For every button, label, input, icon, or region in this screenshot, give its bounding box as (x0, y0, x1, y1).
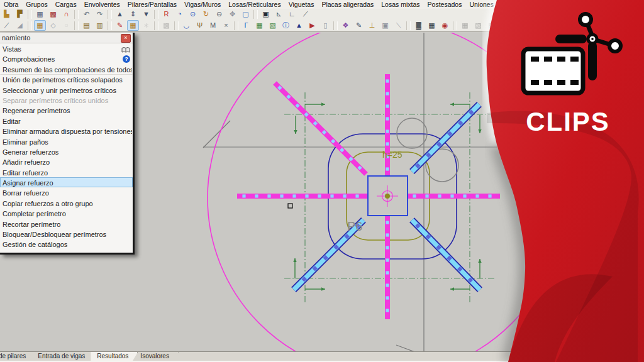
box3d-icon[interactable]: ▤ (80, 20, 92, 31)
save-icon[interactable]: ▦ (34, 9, 46, 19)
tab-resultados[interactable]: Resultados (91, 352, 138, 361)
tag-icon[interactable]: ◇ (47, 20, 59, 31)
help-icon[interactable]: ? (123, 55, 130, 63)
panel-item-bloquear-desbloquear-per-metros[interactable]: Bloquear/Desbloquear perímetros (0, 229, 133, 239)
section-line-icon[interactable]: ⟋ (1, 20, 13, 31)
full-view-icon[interactable]: ▢ (240, 9, 252, 19)
ramp-icon[interactable]: ◢ (14, 20, 26, 31)
zoom-out-icon[interactable]: ⊖ (213, 9, 225, 19)
tab-entrada-de-vigas[interactable]: Entrada de vigas (31, 352, 94, 361)
beam-tools-icon[interactable]: ▦ (34, 20, 46, 31)
group-down-icon[interactable]: ▼ (140, 9, 152, 19)
phi-icon[interactable]: Φ (565, 20, 577, 31)
ortho-icon[interactable]: ∟ (286, 9, 298, 19)
menu-item-losas-mixtas[interactable]: Losas mixtas (377, 0, 423, 9)
zoom-all-icon[interactable]: ◔ (174, 9, 186, 19)
menu-item-cimentaci-n[interactable]: Cimentación (497, 0, 541, 9)
sheet-icon[interactable]: ▯ (319, 20, 331, 31)
panel-item-recortar-per-metro[interactable]: Recortar perímetro (0, 219, 133, 229)
redraw-icon[interactable]: ↻ (200, 9, 212, 19)
panel-title-bar[interactable]: namiento × (0, 33, 133, 43)
sigma-icon[interactable]: Σ (552, 20, 564, 31)
tab-da-de-pilares[interactable]: da de pilares (0, 352, 35, 361)
close-icon[interactable]: × (121, 34, 131, 43)
reinforcement-dash (488, 194, 491, 197)
tab-isovalores[interactable]: Isovalores (134, 352, 179, 361)
layers-icon[interactable]: ▩ (47, 9, 59, 19)
regenerate-icon[interactable]: R (160, 9, 172, 19)
panel-item-seleccionar-y-unir-per-metros-cr-ticos[interactable]: Seleccionar y unir perímetros críticos (0, 85, 133, 95)
line-tool-icon[interactable]: ⟍ (392, 20, 404, 31)
pen-icon[interactable]: ✎ (353, 20, 365, 31)
panel-item-eliminar-pa-os[interactable]: Eliminar paños (0, 136, 133, 146)
x-tool-icon[interactable]: × (220, 20, 232, 31)
panel-item-uni-n-de-per-metros-cr-ticos-solapados[interactable]: Unión de perímetros críticos solapados (0, 74, 133, 84)
book-icon[interactable] (121, 45, 130, 56)
menu-item-grupos[interactable]: Grupos (22, 0, 51, 9)
panel-item-comprobaciones[interactable]: Comprobaciones (0, 53, 133, 63)
menu-item-vigas-muros[interactable]: Vigas/Muros (180, 0, 225, 9)
mesh-green-icon[interactable]: ▦ (253, 20, 265, 31)
menu-item-envolventes[interactable]: Envolventes (80, 0, 124, 9)
menu-item-viguetas[interactable]: Viguetas (285, 0, 318, 9)
direction-arrowhead (321, 102, 325, 106)
group-list-icon[interactable]: ⇕ (127, 9, 139, 19)
slope-icon[interactable]: ⟋ (299, 9, 311, 19)
direction-arrowhead (478, 259, 481, 263)
panel-item-vistas[interactable]: Vistas (0, 43, 133, 53)
panel-item-generar-refuerzos[interactable]: Generar refuerzos (0, 146, 133, 156)
punching-tool-icon[interactable]: ▓ (525, 20, 537, 31)
arc-blue-icon[interactable]: ◡ (180, 20, 192, 31)
panel-item-eliminar-armadura-dispuesta-por-tensione[interactable]: Eliminar armadura dispuesta por tensione… (0, 126, 133, 136)
box3d-alt-icon[interactable]: ▥ (94, 20, 106, 31)
dark-tool-icon[interactable]: ▓ (413, 20, 425, 31)
pan-icon[interactable]: ✥ (226, 9, 238, 19)
beam-edit-icon[interactable]: ▦ (127, 20, 139, 31)
reinforcement-dash (386, 258, 389, 261)
menu-item-ayuda[interactable]: Ayuda (541, 0, 568, 9)
crown-icon[interactable]: Ψ (194, 20, 206, 31)
panel-item-a-adir-refuerzo[interactable]: Añadir refuerzo (0, 156, 133, 167)
snap-magnet-icon[interactable]: ∩ (60, 9, 72, 19)
info-icon[interactable]: ⓘ (280, 20, 292, 31)
group-up-icon[interactable]: ▲ (114, 9, 126, 19)
redo-icon[interactable]: ↷ (94, 9, 106, 19)
mesh-green-alt-icon[interactable]: ▧ (267, 20, 279, 31)
preview-icon[interactable]: ▣ (260, 9, 272, 19)
iota-icon[interactable]: Ι (578, 20, 590, 31)
panel-item-regenerar-per-metros[interactable]: Regenerar perímetros (0, 105, 133, 115)
m-tool-icon[interactable]: M (207, 20, 219, 31)
open-drawing-icon[interactable]: ▛ (14, 9, 26, 19)
panel-item-asignar-refuerzo[interactable]: Asignar refuerzo (0, 177, 133, 187)
menu-item-losas-reticulares[interactable]: Losas/Reticulares (225, 0, 284, 9)
puzzle-icon[interactable]: ❖ (340, 20, 352, 31)
flag-icon[interactable]: ▶ (306, 20, 318, 31)
menu-item-placas-aligeradas[interactable]: Placas aligeradas (318, 0, 377, 9)
pick-icon[interactable]: ⊥ (366, 20, 378, 31)
menu-item-cargas[interactable]: Cargas (52, 0, 80, 9)
panel-item-copiar-refuerzos-a-otro-grupo[interactable]: Copiar refuerzos a otro grupo (0, 198, 133, 208)
dimension-icon[interactable]: ⊾ (273, 9, 285, 19)
zoom-window-icon[interactable]: ⊙ (187, 9, 199, 19)
menu-item-obra[interactable]: Obra (0, 0, 22, 9)
dark-grid-icon[interactable]: ▦ (426, 20, 438, 31)
column-blue-icon[interactable]: Γ (240, 20, 252, 31)
menu-item-uniones[interactable]: Uniones (465, 0, 497, 9)
reinforcement-dash (343, 194, 346, 197)
panel-item-resumen-de-las-comprobaciones-de-todos-l[interactable]: Resumen de las comprobaciones de todos l… (0, 64, 133, 74)
undo-icon[interactable]: ↶ (80, 9, 92, 19)
new-drawing-icon[interactable]: ▙ (1, 9, 13, 19)
panel-item-borrar-refuerzo[interactable]: Borrar refuerzo (0, 187, 133, 197)
panel-item-gesti-n-de-cat-logos[interactable]: Gestión de catálogos (0, 239, 133, 249)
pattern-icon[interactable]: ▞ (538, 20, 550, 31)
copy-view-icon[interactable]: ▣ (379, 20, 391, 31)
panel-item-editar-refuerzo[interactable]: Editar refuerzo (0, 167, 133, 177)
edit-red-icon[interactable]: ✎ (114, 20, 126, 31)
panel-item-editar[interactable]: Editar (0, 116, 133, 126)
mountain-icon[interactable]: ▲ (293, 20, 305, 31)
lamp-icon[interactable]: ◉ (439, 20, 451, 31)
panel-item-completar-per-metro[interactable]: Completar perímetro (0, 208, 133, 218)
zeta-icon[interactable]: Ζ (591, 20, 603, 31)
menu-item-pilares-pantallas[interactable]: Pilares/Pantallas (124, 0, 180, 9)
menu-item-postesados[interactable]: Postesados (424, 0, 466, 9)
